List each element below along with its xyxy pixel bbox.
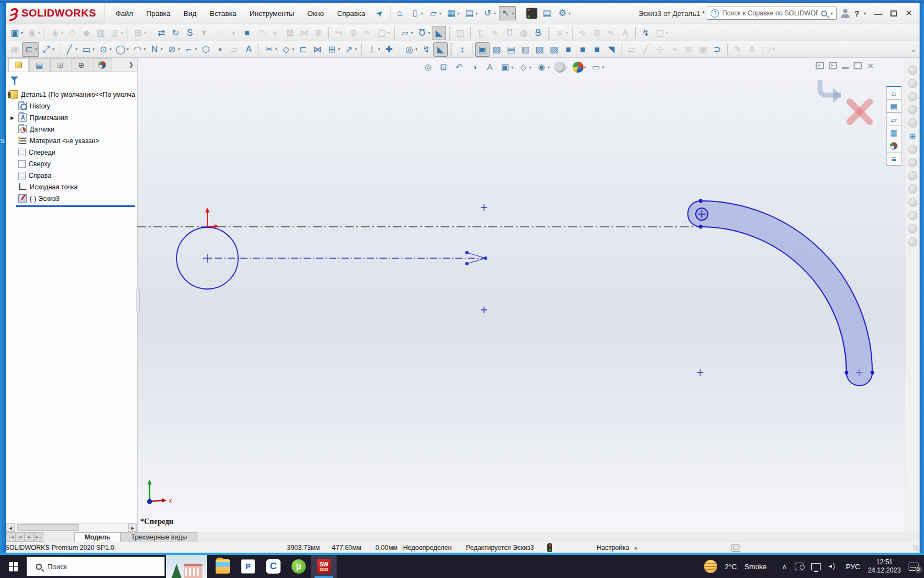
dropdown-caret-icon[interactable]: ▾ [512, 65, 514, 70]
rail-tool11-icon[interactable] [908, 211, 917, 220]
offset-entities-button[interactable]: ⊏ [296, 42, 310, 57]
volume-icon[interactable] [828, 563, 838, 570]
expander-icon[interactable]: ▶ [10, 115, 15, 121]
tree-item[interactable]: Исходная точка [6, 181, 137, 193]
swept-boss-button[interactable]: ◈▾ [48, 26, 65, 40]
more-options-button[interactable]: ▢▾ [759, 42, 776, 57]
ref-axes-button[interactable]: ⊹ [653, 42, 667, 57]
view-right-button[interactable]: ▥ [518, 42, 532, 57]
edit-appearance-button[interactable]: ▾ [553, 60, 570, 74]
scrollbar-thumb[interactable] [17, 524, 79, 531]
dropdown-caret-icon[interactable]: ▾ [421, 11, 424, 16]
dropdown-caret-icon[interactable]: ▾ [415, 47, 417, 52]
menu-item[interactable]: Окно [302, 7, 329, 20]
draft-button[interactable]: ▼ [197, 26, 211, 40]
taskbar-app-utorrent[interactable]: µ [286, 555, 311, 578]
search-icon[interactable] [821, 10, 827, 17]
scrollbar-track[interactable] [15, 524, 128, 532]
start-button[interactable] [0, 555, 26, 578]
tree-item[interactable]: (-) Эскиз3 [6, 193, 137, 204]
doc-restore-icon[interactable] [854, 62, 862, 69]
dropdown-caret-icon[interactable]: ▾ [35, 47, 37, 52]
sketch-point-markers[interactable] [481, 204, 862, 376]
zoom-to-fit-button[interactable]: ◎ [421, 60, 436, 74]
arc-tool-button[interactable]: ◠▾ [130, 42, 147, 57]
doc-close-icon[interactable]: ✕ [867, 62, 874, 69]
deform-button[interactable]: ↻ [168, 26, 183, 40]
view-front-button[interactable]: ▣ [475, 42, 490, 57]
solid-bodies-button[interactable]: ◫ [453, 26, 468, 40]
ref-line-button[interactable]: ╱ [639, 42, 653, 57]
rail-tool13-icon[interactable] [908, 237, 917, 247]
taskpane-tab-appearances[interactable] [886, 139, 901, 152]
taskbar-app-file-explorer[interactable] [210, 555, 235, 578]
text-tool-button[interactable]: A [241, 42, 256, 57]
flex-button[interactable]: S [183, 26, 197, 40]
polygon-tool-button[interactable]: ⬡ [199, 42, 213, 57]
rail-tool12-icon[interactable] [908, 224, 917, 233]
menu-item[interactable]: Вставка [204, 7, 241, 20]
mesh-body-button[interactable]: ◍ [516, 26, 531, 40]
dropdown-caret-icon[interactable]: ▾ [21, 30, 23, 35]
keyboard-language[interactable]: РУС [846, 563, 860, 571]
sketch-canvas[interactable]: x [138, 58, 905, 532]
dropdown-caret-icon[interactable]: ▾ [127, 47, 129, 52]
wrap-button[interactable]: ◐ [268, 26, 283, 40]
dropdown-caret-icon[interactable]: ▾ [52, 47, 54, 52]
trim-entities-button[interactable]: ✂▾ [262, 42, 279, 57]
ref-coordinate-button[interactable]: ⊕ [681, 42, 696, 57]
tab-scroll-first-button[interactable]: ❘◀ [6, 532, 15, 542]
custom-toolbar-settings[interactable]: Настройка ▲ [597, 544, 638, 552]
sketch-ruler-toggle-button[interactable]: ◣ [432, 26, 446, 40]
close-button[interactable]: ✕ [901, 8, 916, 18]
doc-restore-left-icon[interactable] [816, 62, 824, 69]
doc-restore-right-icon[interactable] [829, 62, 837, 69]
line-format-button[interactable]: ≡▾ [552, 26, 569, 40]
ink-text-button[interactable]: A [618, 26, 632, 40]
ref-grid-button[interactable]: ▦ [696, 42, 710, 57]
spline-tool-button[interactable]: N▾ [147, 42, 164, 57]
taskpane-tab-design-library[interactable]: ▤ [886, 99, 901, 113]
weather-condition[interactable]: Smoke [745, 563, 767, 571]
rail-tool8-icon[interactable] [908, 171, 917, 181]
quick-snaps-button[interactable]: ◎▾ [402, 42, 419, 57]
tab-dimxpert-manager[interactable]: ⊕ [71, 58, 91, 72]
point-tool-button[interactable]: ▪ [213, 42, 227, 57]
notification-center-icon[interactable]: 3 [909, 563, 919, 571]
pin-toolbar-icon[interactable]: ➤ [371, 4, 389, 23]
taskpane-tab-home[interactable]: ⌂ [886, 86, 901, 100]
slot-cap-center-point[interactable] [696, 208, 708, 220]
dropdown-caret-icon[interactable]: ▾ [388, 30, 390, 35]
dropdown-caret-icon[interactable]: ▾ [292, 47, 294, 52]
rapid-sketch-button[interactable]: ↯ [419, 42, 433, 57]
rail-tool4-icon[interactable] [908, 105, 917, 114]
tab-scroll-left-button[interactable]: ◀ [15, 532, 25, 542]
move-copy-body-button[interactable]: ↪ [332, 26, 346, 40]
network-icon[interactable] [811, 563, 821, 570]
circle-center-marker[interactable] [203, 254, 212, 263]
view-isometric-button[interactable]: ■ [561, 42, 575, 57]
tab-property-manager[interactable]: ▤ [29, 58, 50, 72]
reference-plane-button[interactable]: ▱▾ [398, 26, 415, 40]
curve-handles-button[interactable]: Ʊ [502, 26, 516, 40]
view-trimetric-button[interactable]: ■ [575, 42, 590, 57]
file-properties-button[interactable]: ▤ [540, 6, 554, 20]
resize-grip[interactable] [913, 545, 919, 550]
tree-item[interactable]: Спереди [6, 146, 137, 158]
sketch-ruler-button[interactable]: ◣ [433, 42, 448, 57]
dropdown-caret-icon[interactable]: ▾ [338, 47, 340, 52]
zoom-to-area-button[interactable]: ⊡ [437, 60, 451, 74]
dropdown-caret-icon[interactable]: ▾ [439, 11, 442, 16]
line-tool-button[interactable]: ╱▾ [62, 42, 79, 57]
combine-button[interactable]: ⊗ [311, 26, 326, 40]
rail-tool10-icon[interactable] [908, 198, 917, 207]
freeform-button[interactable]: ◌ [211, 26, 226, 40]
help-search-box[interactable]: ? Поиск в Справке по SOLIDWORKS ▾ [707, 7, 837, 20]
dropdown-caret-icon[interactable]: ▾ [569, 11, 571, 16]
view-orientation-button[interactable]: ▣▾ [498, 60, 515, 74]
curves-button[interactable]: Ʊ▾ [415, 26, 432, 40]
new-document-button[interactable]: ▯▾ [408, 6, 425, 20]
taskbar-app-solidworks[interactable]: SW2020 [311, 555, 337, 578]
view-settings-button[interactable]: ▭▾ [589, 60, 606, 74]
rail-tool3-icon[interactable] [908, 92, 917, 101]
